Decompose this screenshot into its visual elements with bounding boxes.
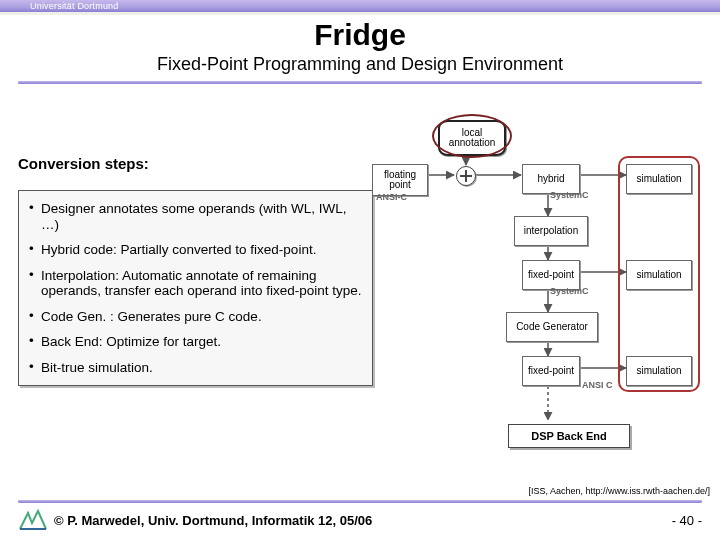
bullet-text: Code Gen. : Generates pure C code. xyxy=(41,309,262,324)
bullet-text: Designer annotates some operands (with W… xyxy=(41,201,346,232)
box-label: local annotation xyxy=(442,128,502,149)
box-fixed-point-2: fixed-point xyxy=(522,356,580,386)
title-divider xyxy=(18,81,702,84)
section-heading: Conversion steps: xyxy=(18,155,373,172)
box-code-generator: Code Generator xyxy=(506,312,598,342)
footer-divider xyxy=(18,500,702,503)
bullet-text: Back End: Optimize for target. xyxy=(41,334,221,349)
box-local-annotation: local annotation xyxy=(438,120,506,156)
topbar: Universität Dortmund xyxy=(0,0,720,12)
list-item: Back End: Optimize for target. xyxy=(27,330,364,356)
list-item: Bit-true simulation. xyxy=(27,356,364,382)
lang-label-systemc-1: SystemC xyxy=(550,190,589,200)
list-item: Code Gen. : Generates pure C code. xyxy=(27,305,364,331)
bullet-text: Bit-true simulation. xyxy=(41,360,153,375)
box-label: fixed-point xyxy=(528,366,574,377)
list-item: Interpolation: Automatic annotate of rem… xyxy=(27,264,364,305)
footer-logo-icon xyxy=(18,509,48,531)
page-subtitle: Fixed-Point Programming and Design Envir… xyxy=(0,54,720,75)
box-dsp-back-end: DSP Back End xyxy=(508,424,630,448)
list-item: Hybrid code: Partially converted to fixe… xyxy=(27,238,364,264)
box-label: fixed-point xyxy=(528,270,574,281)
box-label: floating point xyxy=(375,170,425,191)
sum-node-icon xyxy=(456,166,476,186)
list-item: Designer annotates some operands (with W… xyxy=(27,197,364,238)
lang-label-ansi-c: ANSI-C xyxy=(376,192,407,202)
image-credit: [ISS, Aachen, http://www.iss.rwth-aachen… xyxy=(528,486,710,496)
bullet-list: Designer annotates some operands (with W… xyxy=(27,197,364,381)
flow-diagram: local annotation floating point ANSI-C h… xyxy=(366,120,706,420)
box-label: Code Generator xyxy=(516,322,588,333)
footer-page-number: - 40 - xyxy=(672,513,702,528)
content-column: Conversion steps: Designer annotates som… xyxy=(18,155,373,386)
lang-label-systemc-2: SystemC xyxy=(550,286,589,296)
box-interpolation: interpolation xyxy=(514,216,588,246)
box-label: hybrid xyxy=(537,174,564,185)
page-title: Fridge xyxy=(0,18,720,52)
institution-label: Universität Dortmund xyxy=(30,1,119,11)
footer-copyright: © P. Marwedel, Univ. Dortmund, Informati… xyxy=(54,513,372,528)
lang-label-ansi-c-2: ANSI C xyxy=(582,380,613,390)
box-label: DSP Back End xyxy=(531,430,607,442)
bullet-panel: Designer annotates some operands (with W… xyxy=(18,190,373,386)
bullet-text: Interpolation: Automatic annotate of rem… xyxy=(41,268,361,299)
footer-bar: © P. Marwedel, Univ. Dortmund, Informati… xyxy=(18,508,702,532)
topbar-lower-strip xyxy=(0,12,720,15)
highlight-frame-simulation xyxy=(618,156,700,392)
box-label: interpolation xyxy=(524,226,578,237)
bullet-text: Hybrid code: Partially converted to fixe… xyxy=(41,242,316,257)
